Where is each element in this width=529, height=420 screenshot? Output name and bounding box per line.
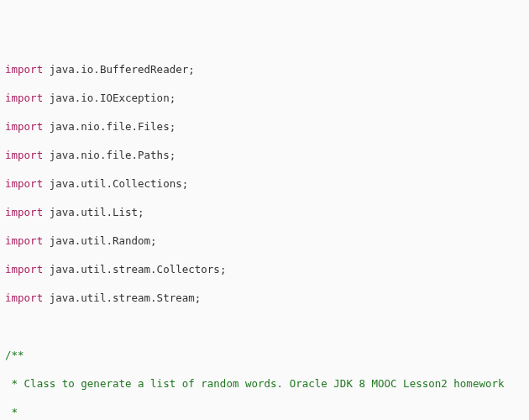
code-line: import java.io.BufferedReader;: [5, 62, 529, 76]
keyword-import: import: [5, 63, 43, 76]
code-line: import java.io.IOException;: [5, 91, 529, 105]
keyword-import: import: [5, 291, 43, 304]
code-line: import java.util.List;: [5, 205, 529, 219]
keyword-import: import: [5, 92, 43, 104]
keyword-import: import: [5, 120, 43, 133]
javadoc-open: /**: [5, 348, 529, 362]
import-path: java.nio.file.Paths;: [50, 149, 176, 161]
code-line: import java.util.stream.Stream;: [5, 291, 529, 305]
blank-line: [5, 319, 529, 333]
import-path: java.util.List;: [50, 206, 144, 218]
import-path: java.nio.file.Files;: [50, 120, 176, 133]
javadoc-blank: *: [5, 405, 529, 419]
code-line: import java.util.stream.Collectors;: [5, 262, 529, 276]
javadoc-desc: * Class to generate a list of random wor…: [5, 376, 529, 391]
code-line: import java.nio.file.Paths;: [5, 148, 529, 162]
keyword-import: import: [5, 177, 43, 190]
import-path: java.io.IOException;: [50, 92, 176, 104]
keyword-import: import: [5, 234, 43, 247]
import-path: java.io.BufferedReader;: [50, 63, 195, 76]
keyword-import: import: [5, 263, 43, 276]
import-path: java.util.stream.Stream;: [50, 291, 202, 304]
code-line: import java.util.Collections;: [5, 176, 529, 191]
keyword-import: import: [5, 149, 43, 161]
code-line: import java.nio.file.Files;: [5, 119, 529, 134]
code-line: import java.util.Random;: [5, 234, 529, 248]
import-path: java.util.Collections;: [50, 177, 189, 190]
import-path: java.util.stream.Collectors;: [50, 263, 227, 276]
import-path: java.util.Random;: [50, 234, 157, 247]
keyword-import: import: [5, 206, 43, 218]
